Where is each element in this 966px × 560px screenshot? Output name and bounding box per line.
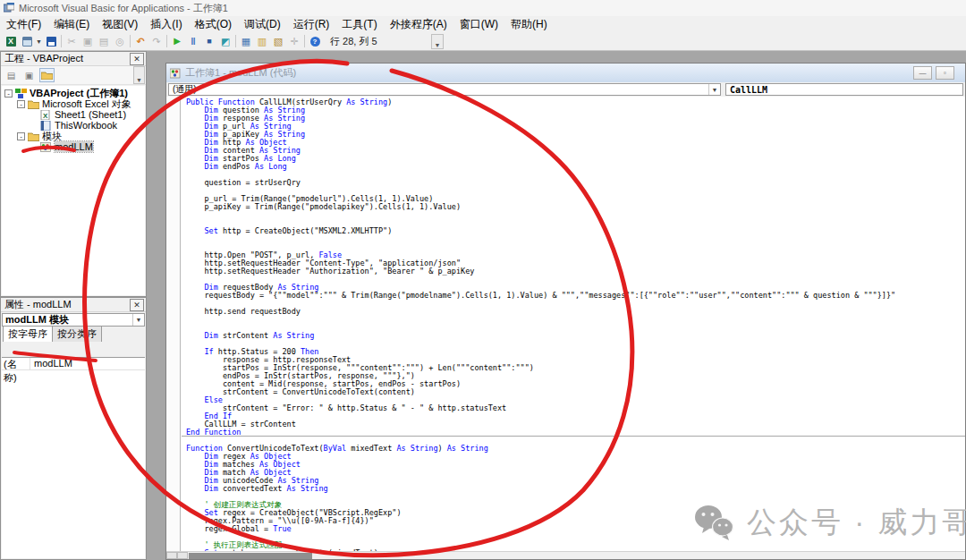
code-line-26[interactable] bbox=[186, 300, 965, 308]
code-line-44[interactable]: Function ConvertUnicodeToText(ByVal mixe… bbox=[186, 445, 965, 453]
code-line-22[interactable]: http.setRequestHeader "Authorization", "… bbox=[186, 267, 965, 276]
view-object-icon[interactable]: ▣ bbox=[21, 68, 37, 82]
insert-dropdown-icon[interactable]: ▼ bbox=[35, 34, 43, 49]
cut-icon[interactable]: ✂ bbox=[64, 34, 80, 49]
object-dropdown[interactable]: (通用) ▼ bbox=[168, 83, 721, 96]
code-line-28[interactable] bbox=[186, 316, 965, 324]
project-explorer-icon[interactable]: ▦ bbox=[238, 34, 254, 49]
menu-item-3[interactable]: 插入(I) bbox=[144, 15, 188, 34]
copy-icon[interactable]: ▣ bbox=[80, 34, 96, 49]
menu-item-6[interactable]: 运行(R) bbox=[287, 15, 336, 34]
code-line-10[interactable] bbox=[186, 171, 965, 179]
reset-icon[interactable]: ■ bbox=[201, 34, 217, 49]
menu-item-2[interactable]: 视图(V) bbox=[96, 15, 144, 34]
code-line-49[interactable]: Dim convertedText As String bbox=[186, 485, 965, 493]
main-toolbar: X ▼ ✂ ▣ ▤ ◎ ↶ ↷ ▶ ‖ ■ ◩ ▦ ▥ ▧ ✛ ? 行 28, … bbox=[0, 32, 966, 51]
tree-item-sheet1-sheet1-[interactable]: XSheet1 (Sheet1) bbox=[2, 109, 145, 120]
restore-icon[interactable]: ▫ bbox=[936, 66, 954, 80]
properties-panel-close-icon[interactable]: ✕ bbox=[130, 299, 144, 311]
code-line-37[interactable]: strContent = ConvertUnicodeToText(conten… bbox=[186, 388, 965, 396]
code-line-6[interactable]: Dim http As Object bbox=[186, 139, 965, 147]
tree-item-thisworkbook[interactable]: ThisWorkbook bbox=[2, 120, 145, 131]
tree-item--[interactable]: -模块 bbox=[2, 131, 145, 141]
break-icon[interactable]: ‖ bbox=[185, 34, 201, 49]
app-titlebar: Microsoft Visual Basic for Applications … bbox=[0, 0, 966, 16]
code-line-45[interactable]: Dim regex As Object bbox=[186, 453, 965, 461]
menu-item-10[interactable]: 帮助(H) bbox=[504, 15, 554, 34]
code-line-17[interactable]: Set http = CreateObject("MSXML2.XMLHTTP"… bbox=[186, 227, 965, 235]
properties-grid: (名称) modLLM bbox=[2, 357, 145, 558]
code-text[interactable]: Public Function CallLLM(strUserQry As St… bbox=[182, 97, 965, 551]
properties-object-selector[interactable]: modLLM 模块 ▼ bbox=[2, 313, 145, 327]
code-line-25[interactable]: requestBody = "{""model"":""" & Trim(Ran… bbox=[186, 292, 965, 300]
wechat-icon bbox=[693, 504, 734, 541]
code-line-3[interactable]: Dim response As String bbox=[186, 115, 965, 123]
horizontal-scrollbar[interactable] bbox=[166, 551, 965, 559]
toolbox-icon[interactable]: ✛ bbox=[286, 34, 302, 49]
save-icon[interactable] bbox=[43, 34, 59, 49]
paste-icon[interactable]: ▤ bbox=[96, 34, 112, 49]
menu-item-0[interactable]: 文件(F) bbox=[0, 15, 47, 34]
menu-item-9[interactable]: 窗口(W) bbox=[453, 15, 504, 34]
tree-item-modllm[interactable]: modLLM bbox=[2, 141, 145, 152]
project-panel-titlebar: 工程 - VBAProject ✕ bbox=[1, 52, 146, 66]
code-line-42[interactable]: End Function bbox=[182, 428, 965, 437]
folder-icon bbox=[28, 99, 39, 109]
redo-icon[interactable]: ↷ bbox=[148, 34, 165, 49]
menu-item-4[interactable]: 格式(O) bbox=[189, 15, 238, 34]
project-panel-close-icon[interactable]: ✕ bbox=[130, 53, 144, 65]
split-handle-icon[interactable] bbox=[177, 552, 188, 559]
code-line-40[interactable]: End If bbox=[186, 412, 965, 420]
property-value[interactable]: modLLM bbox=[30, 358, 72, 369]
find-icon[interactable]: ◎ bbox=[112, 34, 128, 49]
run-icon[interactable]: ▶ bbox=[169, 34, 185, 49]
toggle-folders-icon[interactable] bbox=[39, 68, 55, 82]
object-browser-icon[interactable]: ▧ bbox=[270, 34, 286, 49]
tree-item-label: ThisWorkbook bbox=[55, 120, 117, 131]
code-line-30[interactable]: Dim strContent As String bbox=[186, 332, 965, 340]
procedure-dropdown[interactable]: CallLLM bbox=[725, 83, 963, 96]
project-panel-scroll-icon[interactable]: ▼ bbox=[133, 66, 145, 84]
insert-userform-icon[interactable] bbox=[19, 34, 35, 49]
properties-window-icon[interactable]: ▥ bbox=[254, 34, 270, 49]
code-line-7[interactable]: Dim content As String bbox=[186, 147, 965, 155]
project-explorer-panel: 工程 - VBAProject ✕ ▤ ▣ ▼ -VBAProject (工作簿… bbox=[0, 51, 147, 297]
minimize-icon[interactable]: — bbox=[913, 66, 932, 80]
property-row[interactable]: (名称) modLLM bbox=[2, 358, 145, 370]
tab-categorized[interactable]: 按分类序 bbox=[52, 326, 102, 342]
collapse-icon[interactable]: - bbox=[17, 132, 25, 140]
toolbar-overflow-icon[interactable]: ▼ bbox=[431, 34, 444, 49]
code-window: 工作簿1 - modLLM (代码) — ▫ (通用) ▼ CallLLM Pu… bbox=[165, 63, 966, 560]
tree-item-microsoft-excel-[interactable]: -Microsoft Excel 对象 bbox=[2, 98, 145, 109]
procedure-dropdown-value: CallLLM bbox=[730, 85, 767, 95]
code-line-18[interactable] bbox=[186, 235, 965, 243]
split-handle-icon[interactable] bbox=[166, 552, 177, 559]
help-icon[interactable]: ? bbox=[307, 34, 323, 49]
code-line-41[interactable]: CallLLM = strContent bbox=[186, 420, 965, 428]
code-line-15[interactable] bbox=[186, 211, 965, 219]
code-line-39[interactable]: strContent = "Error: " & http.Status & "… bbox=[186, 404, 965, 412]
tree-item-label: Sheet1 (Sheet1) bbox=[55, 109, 126, 120]
design-mode-icon[interactable]: ◩ bbox=[217, 34, 233, 49]
view-excel-icon[interactable]: X bbox=[3, 34, 19, 49]
code-line-5[interactable]: Dim p_apiKey As String bbox=[186, 131, 965, 139]
code-line-9[interactable]: Dim endPos As Long bbox=[186, 163, 965, 171]
view-code-icon[interactable]: ▤ bbox=[4, 68, 19, 82]
menu-item-5[interactable]: 调试(D) bbox=[238, 15, 287, 34]
tab-alphabetic[interactable]: 按字母序 bbox=[3, 326, 53, 342]
scrollbar-thumb[interactable] bbox=[189, 553, 312, 559]
code-line-8[interactable]: Dim startPos As Long bbox=[186, 155, 965, 163]
code-line-14[interactable]: p_apiKey = Trim(Range("pmodelapikey").Ce… bbox=[186, 203, 965, 211]
code-line-11[interactable]: question = strUserQry bbox=[186, 179, 965, 187]
code-line-46[interactable]: Dim matches As Object bbox=[186, 461, 965, 469]
properties-object-label: modLLM 模块 bbox=[5, 313, 69, 327]
undo-icon[interactable]: ↶ bbox=[132, 34, 148, 49]
menu-item-1[interactable]: 编辑(E) bbox=[47, 15, 96, 34]
code-line-27[interactable]: http.send requestBody bbox=[186, 308, 965, 316]
menu-item-7[interactable]: 工具(T) bbox=[335, 15, 383, 34]
collapse-icon[interactable]: - bbox=[17, 100, 25, 108]
code-editor[interactable]: Public Function CallLLM(strUserQry As St… bbox=[166, 97, 965, 551]
collapse-icon[interactable]: - bbox=[4, 89, 13, 98]
code-window-selectors: (通用) ▼ CallLLM bbox=[166, 82, 965, 97]
menu-item-8[interactable]: 外接程序(A) bbox=[384, 15, 453, 34]
